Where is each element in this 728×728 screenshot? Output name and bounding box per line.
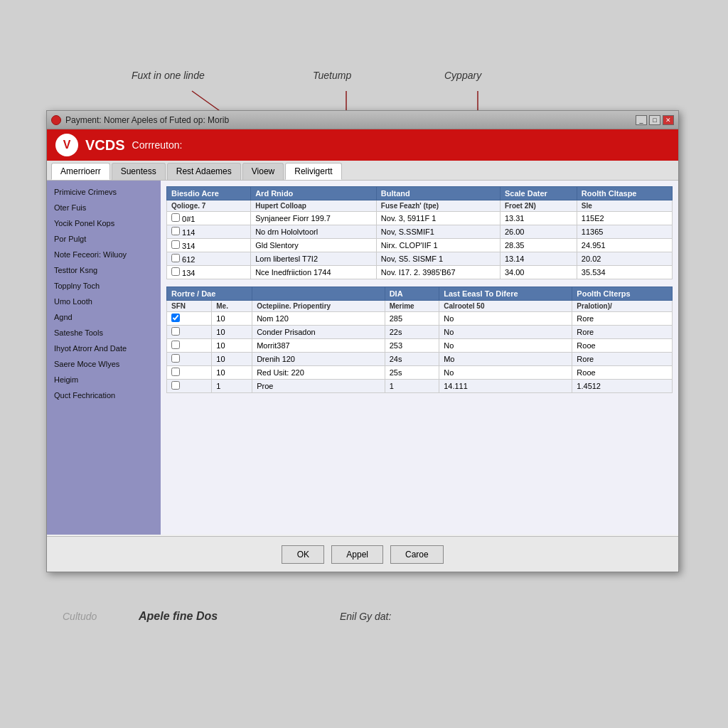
t1-sh2: Hupert Colloap xyxy=(251,200,377,212)
main-panel: Biesdio Acre Ard Rnido Bultand Scale Dat… xyxy=(161,181,678,535)
t2-h1: Rortre / Dae xyxy=(167,287,252,301)
minimize-button[interactable]: _ xyxy=(636,115,647,125)
table-row: 134 Nce Inedfriiction 1744 Nov. I17. 2. … xyxy=(167,266,673,279)
t1-h4: Scale Dater xyxy=(500,187,577,200)
t1-h5: Roolth Cltaspe xyxy=(577,187,672,200)
table-row: 10 Nom 120 285 No Rore xyxy=(167,312,673,326)
t2-h4: Last Eeasl To Difere xyxy=(439,287,572,301)
annotation-apele: Apele fine Dos xyxy=(139,610,218,623)
outer-wrapper: Fuxt in one linde Tuetump Cyppary Cultud… xyxy=(0,0,728,728)
button-bar: OK Appel Caroe xyxy=(47,536,678,572)
enil-label: Enil Gy dat: xyxy=(340,611,391,622)
t1-h1: Biesdio Acre xyxy=(167,187,251,200)
sidebar-item-por[interactable]: Por Pulgt xyxy=(47,231,161,247)
header-title: VCDS xyxy=(85,137,125,154)
header-bar: V VCDS Corrreuton: xyxy=(47,129,678,161)
sidebar: Primicive Crimevs Oter Fuis Yocik Ponel … xyxy=(47,181,161,535)
t2-h2 xyxy=(252,287,385,301)
sidebar-item-ihyot[interactable]: Ihyot Atrorr And Date xyxy=(47,341,161,356)
sidebar-item-primicive[interactable]: Primicive Crimevs xyxy=(47,184,161,200)
sidebar-item-yocik[interactable]: Yocik Ponel Kops xyxy=(47,215,161,231)
annotation-cultudo: Cultudo xyxy=(63,610,97,623)
tuetump-label: Tuetump xyxy=(313,70,351,81)
fuxt-label: Fuxt in one linde xyxy=(132,70,205,81)
close-button[interactable]: ✕ xyxy=(663,115,674,125)
tab-vioew[interactable]: Vioew xyxy=(242,163,284,180)
row2-check[interactable] xyxy=(171,227,180,235)
table-row: 114 No drn Hololvtoorl Nov, S.SSMIF1 26.… xyxy=(167,225,673,239)
t1-h3: Bultand xyxy=(376,187,500,200)
cancel-button[interactable]: Caroe xyxy=(390,545,444,564)
t1-h2: Ard Rnido xyxy=(251,187,377,200)
header-subtitle: Corrreuton: xyxy=(132,139,183,151)
sidebar-item-oter[interactable]: Oter Fuis xyxy=(47,200,161,215)
t1-sh5: Sle xyxy=(577,200,672,212)
tab-bar: Amerrioerr Suentess Rest Adaemes Vioew R… xyxy=(47,161,678,181)
table-row: 10 Conder Prisadon 22s No Rore xyxy=(167,326,673,339)
tab-relivigertt[interactable]: Relivigertt xyxy=(285,163,341,180)
cultudo-label: Cultudo xyxy=(63,611,97,622)
table1: Biesdio Acre Ard Rnido Bultand Scale Dat… xyxy=(166,186,673,279)
table-row: 10 Morrit387 253 No Rooe xyxy=(167,339,673,353)
window-title: Payment: Nomer Apeles of Futed op: Morib xyxy=(65,115,229,125)
t1-sh4: Froet 2N) xyxy=(500,200,577,212)
annotation-enil: Enil Gy dat: xyxy=(340,610,391,623)
sidebar-item-note[interactable]: Note Feceori: Wiluoy xyxy=(47,247,161,262)
table-row: 612 Lorn libertesl T7I2 Nov, S5. SISMF 1… xyxy=(167,252,673,266)
appel-button[interactable]: Appel xyxy=(331,545,383,564)
sidebar-item-sateshe[interactable]: Sateshe Tools xyxy=(47,325,161,341)
tab-rest-adaemes[interactable]: Rest Adaemes xyxy=(167,163,241,180)
t2-row5-check[interactable] xyxy=(171,368,180,376)
table-row: 10 Red Usit: 220 25s No Rooe xyxy=(167,366,673,380)
t2-h3: DIA xyxy=(385,287,439,301)
table-row: 0#1 Synjaneer Fiorr 199.7 Nov. 3, 5911F … xyxy=(167,212,673,225)
annotation-cyppary: Cyppary xyxy=(444,69,481,82)
table-row: 10 Drenih 120 24s Mo Rore xyxy=(167,353,673,366)
sidebar-item-heigim[interactable]: Heigim xyxy=(47,372,161,387)
annotation-tuetump: Tuetump xyxy=(313,69,351,82)
app-icon xyxy=(51,115,61,125)
tab-amerrioerr[interactable]: Amerrioerr xyxy=(51,163,110,180)
row4-check[interactable] xyxy=(171,254,180,262)
app-window: Payment: Nomer Apeles of Futed op: Morib… xyxy=(46,110,679,572)
cyppary-label: Cyppary xyxy=(444,70,481,81)
table-row: 1 Proe 1 14.111 1.4512 xyxy=(167,380,673,393)
title-bar: Payment: Nomer Apeles of Futed op: Morib… xyxy=(47,111,678,129)
sidebar-item-quct[interactable]: Quct Fechrication xyxy=(47,387,161,403)
content-area: Primicive Crimevs Oter Fuis Yocik Ponel … xyxy=(47,181,678,535)
t2-h5: Poolth Clterps xyxy=(572,287,673,301)
row3-check[interactable] xyxy=(171,240,180,249)
t1-sh3: Fuse Feazh' (tpe) xyxy=(376,200,500,212)
t2-row2-check[interactable] xyxy=(171,327,180,336)
sidebar-item-umo[interactable]: Umo Looth xyxy=(47,294,161,309)
sidebar-item-agnd[interactable]: Agnd xyxy=(47,309,161,325)
t2-row1-check[interactable] xyxy=(171,314,180,322)
table2: Rortre / Dae DIA Last Eeasl To Difere Po… xyxy=(166,287,673,393)
sidebar-item-saere[interactable]: Saere Moce Wlyes xyxy=(47,356,161,372)
row5-check[interactable] xyxy=(171,267,180,276)
table-row: 314 Gld Slentory Nirx. CLOP'IIF 1 28.35 … xyxy=(167,239,673,252)
tab-suentess[interactable]: Suentess xyxy=(112,163,166,180)
annotation-fuxt: Fuxt in one linde xyxy=(132,69,205,82)
sidebar-item-topplny[interactable]: Topplny Toch xyxy=(47,278,161,294)
title-bar-controls: _ □ ✕ xyxy=(636,115,674,125)
row1-check[interactable] xyxy=(171,213,180,222)
ok-button[interactable]: OK xyxy=(282,545,324,564)
vcds-icon: V xyxy=(55,134,78,156)
maximize-button[interactable]: □ xyxy=(649,115,660,125)
t2-row6-check[interactable] xyxy=(171,381,180,390)
sidebar-item-testtor[interactable]: Testtor Ksng xyxy=(47,262,161,278)
apele-label: Apele fine Dos xyxy=(139,610,218,622)
t1-sh1: Qolioge. 7 xyxy=(167,200,251,212)
t2-row4-check[interactable] xyxy=(171,354,180,363)
t2-row3-check[interactable] xyxy=(171,341,180,349)
